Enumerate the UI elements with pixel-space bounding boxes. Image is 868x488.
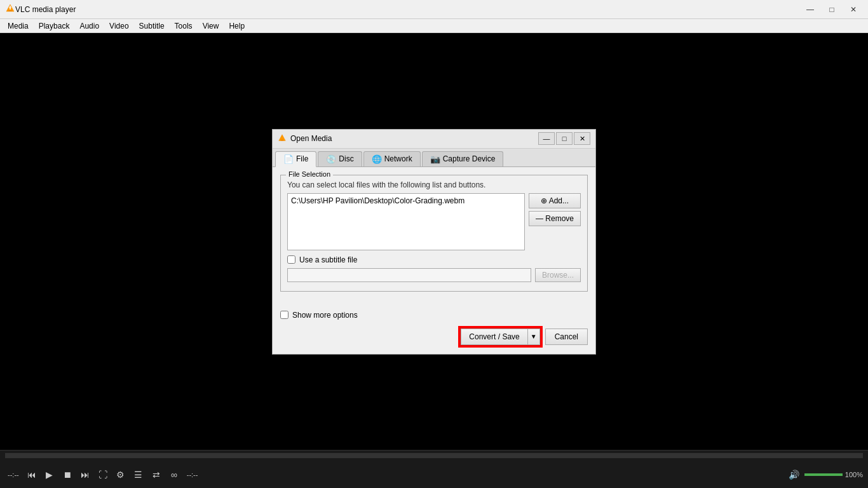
menu-video[interactable]: Video	[104, 20, 133, 32]
menu-playback[interactable]: Playback	[34, 20, 75, 32]
time-right: --:--	[187, 471, 198, 478]
dialog-window-controls: — □ ✕	[538, 132, 590, 145]
open-media-dialog: Open Media — □ ✕ 📄 File 💿 Disc 🌐 Network	[272, 129, 596, 355]
tab-disc[interactable]: 💿 Disc	[318, 151, 362, 166]
file-selection-description: You can select local files with the foll…	[287, 180, 581, 189]
extended-button[interactable]: ⚙	[113, 467, 128, 482]
file-selection-label: File Selection	[286, 170, 333, 178]
file-list[interactable]: C:\Users\HP Pavilion\Desktop\Color-Gradi…	[287, 193, 525, 250]
browse-button[interactable]: Browse...	[535, 268, 581, 282]
dialog-close-button[interactable]: ✕	[574, 132, 590, 145]
tabs-bar: 📄 File 💿 Disc 🌐 Network 📷 Capture Device	[273, 149, 595, 167]
file-buttons: ⊕ Add... — Remove	[529, 193, 581, 250]
convert-save-dropdown-button[interactable]: ▼	[527, 329, 540, 345]
add-button[interactable]: ⊕ Add...	[529, 193, 581, 208]
subtitle-checkbox-label[interactable]: Use a subtitle file	[299, 255, 357, 264]
svg-rect-5	[280, 139, 283, 140]
tab-network[interactable]: 🌐 Network	[363, 151, 421, 166]
convert-save-wrapper: Convert / Save ▼	[459, 327, 541, 346]
dialog-titlebar: Open Media — □ ✕	[273, 130, 595, 149]
subtitle-path-row: Browse...	[287, 268, 581, 282]
controls-row: --:-- ⏮ ▶ ⏹ ⏭ ⛶ ⚙ ☰ ⇄ ∞ --:-- 🔊 100%	[0, 461, 868, 488]
file-tab-label: File	[296, 154, 308, 163]
volume-bar[interactable]	[804, 473, 843, 476]
random-button[interactable]: ⇄	[149, 467, 164, 482]
menu-media[interactable]: Media	[3, 20, 34, 32]
dialog-minimize-button[interactable]: —	[538, 132, 555, 145]
disc-tab-icon: 💿	[326, 154, 336, 164]
titlebar: VLC media player — □ ✕	[0, 0, 868, 19]
remove-button[interactable]: — Remove	[529, 211, 581, 226]
volume-icon[interactable]: 🔊	[787, 467, 802, 482]
file-tab-icon: 📄	[283, 154, 294, 164]
menu-tools[interactable]: Tools	[170, 20, 198, 32]
volume-section: 🔊 100%	[787, 467, 863, 482]
subtitle-path-input[interactable]	[287, 268, 531, 282]
playlist-button[interactable]: ☰	[131, 467, 146, 482]
show-more-checkbox[interactable]	[280, 311, 288, 319]
close-button[interactable]: ✕	[844, 2, 863, 17]
volume-fill	[804, 473, 843, 476]
show-more-label[interactable]: Show more options	[292, 311, 358, 320]
menubar: Media Playback Audio Video Subtitle Tool…	[0, 19, 868, 33]
cancel-button[interactable]: Cancel	[545, 329, 588, 345]
subtitle-checkbox[interactable]	[287, 255, 295, 264]
dialog-overlay: Open Media — □ ✕ 📄 File 💿 Disc 🌐 Network	[0, 33, 868, 450]
menu-help[interactable]: Help	[224, 20, 250, 32]
dialog-vlc-icon	[278, 133, 287, 144]
progress-bar[interactable]	[5, 453, 863, 458]
stop-button[interactable]: ⏹	[60, 467, 75, 482]
window-controls: — □ ✕	[801, 2, 863, 17]
volume-percent: 100%	[845, 471, 863, 478]
next-button[interactable]: ⏭	[78, 467, 93, 482]
show-more-row: Show more options	[273, 311, 595, 320]
vlc-icon	[5, 3, 15, 15]
loop-button[interactable]: ∞	[166, 467, 182, 482]
time-left: --:--	[8, 471, 19, 478]
file-selection-group: File Selection You can select local file…	[280, 175, 588, 292]
network-tab-icon: 🌐	[372, 154, 382, 164]
bottom-bar: --:-- ⏮ ▶ ⏹ ⏭ ⛶ ⚙ ☰ ⇄ ∞ --:-- 🔊 100%	[0, 450, 868, 488]
tab-capture-device[interactable]: 📷 Capture Device	[422, 151, 504, 166]
app-title: VLC media player	[15, 5, 801, 14]
dialog-footer: Convert / Save ▼ Cancel	[273, 327, 595, 354]
dialog-title-text: Open Media	[290, 134, 538, 143]
fullscreen-button[interactable]: ⛶	[95, 467, 111, 482]
svg-rect-1	[8, 10, 12, 11]
minimize-button[interactable]: —	[801, 2, 820, 17]
file-list-item: C:\Users\HP Pavilion\Desktop\Color-Gradi…	[290, 196, 522, 206]
menu-view[interactable]: View	[198, 20, 224, 32]
tab-file[interactable]: 📄 File	[275, 151, 316, 167]
subtitle-checkbox-row: Use a subtitle file	[287, 255, 581, 264]
capture-tab-label: Capture Device	[443, 154, 496, 163]
dialog-maximize-button[interactable]: □	[556, 132, 573, 145]
file-area: C:\Users\HP Pavilion\Desktop\Color-Gradi…	[287, 193, 581, 250]
network-tab-label: Network	[384, 154, 412, 163]
menu-subtitle[interactable]: Subtitle	[134, 20, 170, 32]
play-button[interactable]: ▶	[42, 467, 57, 482]
capture-tab-icon: 📷	[430, 154, 440, 164]
maximize-button[interactable]: □	[822, 2, 841, 17]
dialog-content: File Selection You can select local file…	[273, 167, 595, 306]
prev-button[interactable]: ⏮	[24, 467, 39, 482]
convert-save-button[interactable]: Convert / Save	[461, 329, 527, 345]
menu-audio[interactable]: Audio	[74, 20, 104, 32]
disc-tab-label: Disc	[339, 154, 353, 163]
